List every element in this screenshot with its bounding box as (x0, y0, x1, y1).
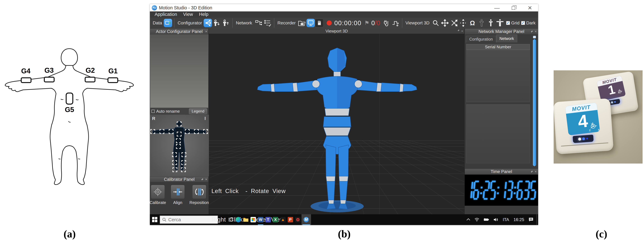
speaker-icon[interactable] (491, 214, 500, 225)
auto-rename-checkbox[interactable] (152, 110, 155, 113)
reset-rotation-icon[interactable]: Ω (468, 19, 476, 27)
scrollbar-up-button[interactable] (533, 36, 536, 38)
taskbar-explorer[interactable] (242, 214, 250, 225)
taskbar-search[interactable] (160, 215, 218, 224)
network-scrollbar[interactable] (532, 35, 536, 167)
network-nodes-icon[interactable] (254, 19, 262, 27)
zoom-icon[interactable] (432, 19, 440, 27)
pin-icon[interactable] (530, 30, 533, 33)
restore-button[interactable] (505, 4, 522, 12)
calibrator-panel-header: Calibrator Panel × (150, 176, 208, 182)
skeleton-preview[interactable]: R l (150, 115, 208, 176)
grid-checkbox[interactable]: ✓ Grid (506, 21, 520, 26)
network-panel-close-icon[interactable]: × (535, 30, 537, 34)
counter-current: 0 (371, 20, 375, 27)
hint-rotate: Left Click - Rotate View (212, 186, 286, 196)
toolbar-viewport-label: Viewport 3D (406, 21, 430, 26)
wifi-icon[interactable] (472, 214, 482, 225)
menu-view[interactable]: View (180, 12, 196, 17)
movit4-label: MOVIT 4 y x z (565, 103, 600, 135)
actor-panel-header: Actor Configurator Panel × (150, 29, 208, 35)
taskbar-powerpoint[interactable]: P (287, 214, 294, 225)
body-sensor-diagram: G4 G3 G2 G1 G5 (3, 47, 136, 188)
viewport-3d[interactable]: Viewport 3D × (209, 29, 464, 214)
toolbar-separator (232, 19, 233, 28)
motion-studio-icon: M (304, 217, 309, 222)
stream-to-pc-button[interactable] (306, 19, 315, 27)
task-view-button[interactable] (227, 214, 234, 225)
align-icon (173, 187, 182, 197)
taskbar-clock[interactable]: 16:25 (511, 214, 526, 225)
cable-connection-icon[interactable] (382, 19, 390, 27)
taskbar-utility[interactable]: ⚙ (294, 214, 302, 225)
taskbar-excel[interactable]: X (272, 214, 279, 225)
calibrate-button[interactable] (151, 185, 165, 199)
taskbar-matlab[interactable]: ▲ (279, 214, 287, 225)
action-center-icon[interactable] (526, 214, 536, 225)
pin-icon[interactable] (458, 29, 460, 32)
data-stream-button[interactable] (164, 19, 172, 27)
step-signal-icon[interactable] (392, 19, 400, 27)
align-button[interactable] (171, 185, 185, 199)
motion-studio-window: Motion Studio - 3D Edition — × Applicati… (150, 4, 538, 225)
taskbar-teams[interactable]: T (264, 214, 272, 225)
scale-view-icon[interactable] (459, 19, 467, 27)
legend-button[interactable]: Legend (189, 108, 207, 114)
close-button[interactable]: × (522, 4, 538, 12)
mannequin-light-icon[interactable] (487, 19, 495, 27)
tray-chevron-up-icon[interactable] (465, 214, 472, 225)
recorder-folder-icon[interactable] (298, 19, 306, 27)
mannequin-dark-icon[interactable] (478, 19, 486, 27)
dark-checkbox[interactable]: ✓ Dark (521, 21, 536, 26)
network-checklist-icon[interactable] (263, 19, 272, 27)
tab-configuration[interactable]: Configuration (466, 36, 496, 43)
taskbar-motion-studio[interactable]: M (302, 214, 311, 225)
sensor-g2 (85, 77, 95, 82)
calibrator-body: Calibrate Align Reposition (150, 182, 208, 214)
scrollbar-thumb[interactable] (533, 39, 536, 166)
tab-network[interactable]: Network (496, 35, 518, 43)
record-button[interactable] (327, 21, 332, 26)
show-desktop-strip[interactable] (536, 214, 538, 225)
actor-panel-close-icon[interactable]: × (205, 30, 207, 34)
taskbar-word[interactable]: W (257, 214, 264, 225)
rotate-view-icon[interactable] (450, 19, 458, 27)
toolbar-separator (402, 19, 402, 28)
reposition-button[interactable] (192, 185, 206, 199)
restore-icon (512, 6, 515, 10)
mannequin-tpose-icon[interactable] (496, 19, 504, 27)
sensor-g5 (66, 93, 73, 104)
start-button[interactable] (150, 214, 160, 225)
minimize-button[interactable]: — (489, 4, 505, 12)
window-controls: — × (489, 4, 538, 12)
record-to-sd-button[interactable] (315, 19, 324, 27)
language-indicator[interactable]: ITA (500, 214, 511, 225)
actor-panel-title: Actor Configurator Panel (156, 29, 203, 34)
viewport-close-icon[interactable]: × (461, 29, 463, 33)
taskbar-edge[interactable] (234, 214, 242, 225)
device-seam (561, 142, 608, 146)
time-panel-close-icon[interactable]: × (535, 170, 537, 174)
word-icon: W (258, 217, 263, 222)
flag-marker-icon[interactable]: ⚑ (364, 20, 370, 26)
taskbar-store[interactable] (250, 214, 257, 225)
actor-export-icon[interactable] (222, 19, 230, 27)
menu-help[interactable]: Help (196, 12, 211, 17)
movit-device-front: MOVIT 4 y x z (554, 98, 614, 154)
powerpoint-icon: P (288, 217, 293, 222)
sensor-g3 (44, 77, 54, 82)
menu-application[interactable]: Application (152, 12, 180, 17)
search-input[interactable] (168, 217, 211, 222)
pan-move-icon[interactable] (441, 19, 449, 27)
pin-icon[interactable] (530, 170, 533, 173)
battery-charging-icon[interactable] (482, 214, 491, 225)
actor-configurator-column: Actor Configurator Panel × Auto rename L… (150, 29, 209, 214)
serial-number-header: Serial Number (466, 44, 530, 50)
configurator-button[interactable] (204, 19, 212, 27)
sensor-label-g3: G3 (44, 66, 54, 74)
calibrator-panel-close-icon[interactable]: × (205, 177, 207, 181)
actor-import-icon[interactable] (212, 19, 221, 27)
pin-icon[interactable] (201, 178, 204, 181)
spacer (465, 163, 538, 169)
figure-page: G4 G3 G2 G1 G5 Motion Studio - 3D Editio… (0, 0, 644, 245)
